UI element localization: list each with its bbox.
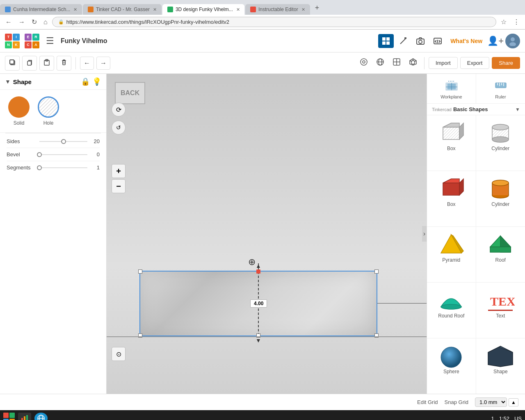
bookmark-button[interactable]: ☆ (499, 17, 509, 27)
toolbar-icons: What's New 👤+ (378, 34, 520, 48)
grid-view-button[interactable] (378, 34, 394, 48)
category-dropdown[interactable]: Basic Shapes (453, 106, 514, 112)
sides-thumb[interactable] (61, 139, 66, 144)
shape-info-btn[interactable]: 💡 (92, 77, 101, 86)
ruler-tool[interactable]: Ruler (476, 74, 525, 103)
tab-3-close[interactable]: ✕ (236, 7, 240, 12)
tab-3[interactable]: 3D design Funky Vihelm... ✕ (162, 4, 244, 15)
export-button[interactable]: Export (460, 57, 490, 69)
extensions-button[interactable]: ⋮ (511, 17, 522, 27)
duplicate-button[interactable] (5, 56, 20, 71)
bevel-thumb[interactable] (37, 152, 42, 157)
hole-circle (38, 96, 59, 118)
taskbar-analytics[interactable] (18, 413, 31, 420)
secure-badge: 🔒 (58, 19, 64, 25)
windows-button[interactable] (3, 413, 15, 420)
tab-4[interactable]: Instructable Editor ✕ (245, 4, 310, 15)
solid-option[interactable]: Solid (8, 96, 30, 126)
view-normal-button[interactable] (357, 56, 371, 70)
scroll-right-btn[interactable]: › (422, 226, 427, 242)
user-avatar[interactable] (505, 34, 520, 48)
corner-tr[interactable] (374, 269, 379, 274)
orbit-button[interactable]: ⟳ (112, 103, 126, 116)
shape-pyramid[interactable]: Pyramid (427, 227, 476, 283)
back-button[interactable]: ← (3, 18, 14, 27)
shape-box-red[interactable]: Box (427, 171, 476, 227)
zoom-out-button[interactable]: − (112, 179, 126, 193)
round-roof-label: Round Roof (438, 313, 464, 319)
whats-new-button[interactable]: What's New (447, 36, 486, 46)
bevel-slider-container[interactable] (39, 154, 87, 155)
shape-round-roof[interactable]: Round Roof (427, 283, 476, 338)
home-view-button[interactable]: ⊙ (112, 347, 126, 361)
shape-cylinder-orange[interactable]: Cylinder (476, 171, 525, 227)
app-menu-button[interactable]: ☰ (46, 36, 54, 46)
tab-2-close[interactable]: ✕ (153, 7, 157, 12)
shape-cylinder-grey[interactable]: Cylinder (476, 115, 525, 171)
prop-sides: Sides 20 (7, 135, 100, 148)
taskbar-right: 1 1:52 US (491, 415, 522, 420)
forward-button[interactable]: → (16, 18, 27, 27)
tab-1-close[interactable]: ✕ (73, 7, 77, 12)
shape-text[interactable]: TEXT Text (476, 283, 525, 338)
hole-option[interactable]: Hole (38, 96, 59, 126)
home-button[interactable]: ⌂ (41, 18, 50, 27)
new-tab-button[interactable]: + (311, 1, 324, 15)
shape-roof[interactable]: Roof (476, 227, 525, 283)
right-toolbar: Import Export Share (357, 56, 520, 70)
svg-marker-55 (443, 183, 459, 195)
snap-select[interactable]: 1.0 mm (475, 397, 507, 407)
hammer-button[interactable] (395, 34, 411, 48)
copy-button[interactable] (22, 56, 37, 71)
code-button[interactable] (430, 34, 445, 48)
add-user-button[interactable]: 👤+ (487, 36, 504, 46)
tab-1[interactable]: Cunha Intermediate Sch... ✕ (0, 4, 82, 15)
bevel-label: Bevel (7, 151, 39, 158)
shape-sphere[interactable]: Sphere (427, 338, 476, 394)
corner-tl[interactable] (138, 269, 142, 274)
segments-slider-container[interactable] (39, 167, 87, 168)
view-top-button[interactable] (390, 56, 404, 70)
edit-grid-button[interactable]: Edit Grid (417, 399, 438, 405)
import-button[interactable]: Import (429, 57, 458, 69)
shape-box-grey[interactable]: Box (427, 115, 476, 171)
shape-navy[interactable]: Shape (476, 338, 525, 394)
panel-tools-row: Workplane Ruler (427, 74, 525, 104)
svg-rect-40 (495, 83, 506, 88)
segments-label: Segments (7, 164, 39, 171)
delete-button[interactable] (57, 56, 71, 71)
tab-4-close[interactable]: ✕ (301, 7, 305, 12)
sides-label: Sides (7, 138, 39, 144)
undo-button[interactable]: ← (80, 57, 94, 70)
sides-slider-container[interactable] (39, 141, 87, 142)
svg-marker-67 (490, 247, 511, 252)
move-handle[interactable]: ⊕ (248, 257, 256, 267)
zoom-in-button[interactable]: + (112, 164, 126, 178)
svg-marker-70 (488, 310, 513, 311)
cylinder-grey-icon (486, 121, 515, 146)
redo-button[interactable]: → (96, 57, 110, 70)
3d-object[interactable]: ▲ ▼ 4.00 (139, 271, 377, 336)
resize-handle-top[interactable] (256, 269, 260, 274)
reload-button[interactable]: ↻ (30, 17, 39, 27)
pan-button[interactable]: ↺ (112, 121, 126, 135)
svg-rect-75 (24, 416, 25, 420)
workplane-tool[interactable]: Workplane (427, 74, 476, 103)
tab-2[interactable]: Tinker CAD - Mr. Gasser ✕ (83, 4, 162, 15)
segments-thumb[interactable] (37, 165, 42, 170)
paste-button[interactable] (39, 56, 54, 71)
snap-chevron[interactable]: ▲ (509, 398, 518, 406)
view-wireframe-button[interactable] (373, 56, 387, 70)
camera-button[interactable] (413, 34, 428, 48)
taskbar-browser[interactable] (34, 413, 48, 420)
view-perspective-button[interactable] (406, 56, 420, 70)
sphere-label: Sphere (443, 369, 459, 374)
shape-collapse-btn[interactable]: ▼ (5, 78, 11, 85)
shapes-grid: Box Cylinder (427, 115, 525, 394)
taskbar: 1 1:52 US (0, 410, 525, 420)
navy-shape-label: Shape (493, 369, 508, 374)
shape-lock-btn[interactable]: 🔒 (81, 77, 90, 86)
share-button[interactable]: Share (492, 57, 520, 69)
svg-rect-3 (386, 41, 390, 45)
svg-point-6 (419, 40, 422, 43)
